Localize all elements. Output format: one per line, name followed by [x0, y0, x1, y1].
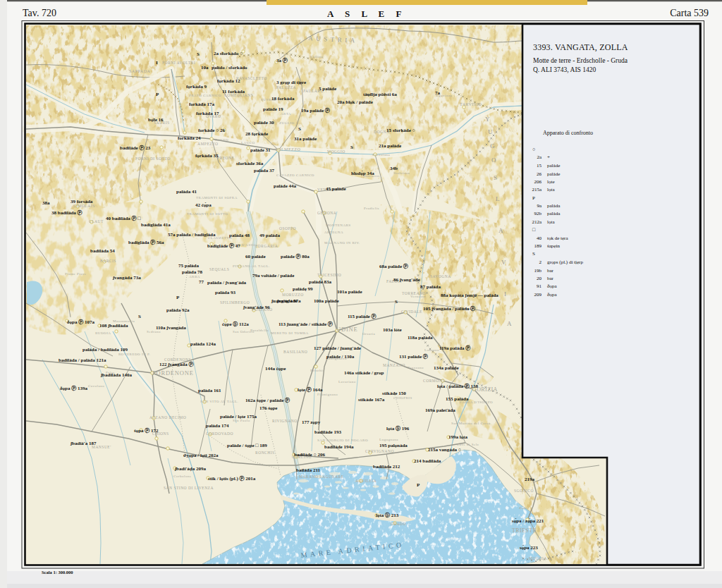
svg-text:92b: 92b: [534, 211, 542, 216]
svg-text:18 forkáda: 18 forkáda: [271, 96, 295, 102]
svg-text:189: 189: [534, 243, 542, 249]
svg-text:103a lóte: 103a lóte: [383, 327, 402, 333]
svg-text:paláda: paláda: [547, 203, 561, 209]
svg-text:2: 2: [539, 259, 542, 265]
svg-text:U: U: [488, 128, 493, 135]
svg-text:lọta Ⓢ 213: lọta Ⓢ 213: [376, 512, 399, 518]
svg-text:ARTEGNA: ARTEGNA: [324, 231, 343, 234]
svg-text:lọta Ⓢ 196: lọta Ⓢ 196: [386, 425, 410, 431]
svg-text:paláda / ʃvang'áda: paláda / ʃvang'áda: [207, 280, 247, 286]
svg-text:FORNI DI SOTTO: FORNI DI SOTTO: [135, 157, 171, 161]
svg-text:3a Ⓟ: 3a Ⓟ: [276, 57, 288, 63]
svg-text:CLAUT: CLAUT: [89, 219, 104, 223]
svg-text:131 paláde Ⓟ: 131 paláde Ⓟ: [399, 353, 428, 360]
svg-text:lọta: lọta: [547, 219, 555, 225]
svg-text:bọ̈fe 16: bọ̈fe 16: [148, 117, 164, 123]
svg-text:TRIESTE: TRIESTE: [512, 527, 537, 534]
svg-text:199a lọta: 199a lọta: [448, 434, 468, 440]
svg-text:Lugugnana: Lugugnana: [379, 438, 398, 441]
svg-text:paláda 161: paláda 161: [198, 388, 221, 393]
svg-text:28 fọrkáde: 28 fọrkáde: [245, 131, 268, 137]
svg-text:Vernasso: Vernasso: [410, 295, 426, 298]
svg-text:ćọpe Ⓢ 112a: ćọpe Ⓢ 112a: [222, 321, 249, 327]
svg-text:L: L: [496, 195, 500, 202]
svg-text:2a: 2a: [537, 154, 542, 160]
svg-text:badiláde 194a: badiláde 194a: [324, 444, 354, 450]
svg-text:fọrkáda 9: fọrkáda 9: [186, 84, 207, 90]
svg-text:PRATO CARNICO: PRATO CARNICO: [189, 94, 221, 97]
svg-text:75 paláda: 75 paláda: [178, 263, 199, 269]
svg-text:Fiume Piave: Fiume Piave: [65, 272, 87, 276]
svg-text:ðọpa: ðọpa: [547, 292, 558, 298]
svg-text:122 ʃvangáda Ⓟ: 122 ʃvangáda Ⓟ: [159, 361, 193, 367]
svg-text:5 paláde: 5 paláde: [319, 86, 336, 92]
svg-text:AQUILEIA: AQUILEIA: [355, 479, 377, 483]
svg-text:3 grọp di tịẹre: 3 grọp di tịẹre: [276, 80, 306, 85]
svg-text:ðọpa: ðọpa: [547, 283, 558, 289]
svg-text:SAPPADA: SAPPADA: [129, 69, 150, 73]
svg-text:39 forsáda: 39 forsáda: [71, 199, 93, 204]
svg-text:11 forkáda: 11 forkáda: [222, 89, 245, 94]
svg-text:110a ʃvangáda: 110a ʃvangáda: [156, 325, 186, 331]
svg-text:LAUCO: LAUCO: [241, 141, 255, 145]
svg-text:Lonzano: Lonzano: [424, 348, 439, 352]
svg-text:101a paláde: 101a paláde: [337, 289, 362, 295]
svg-text:paláde: paláde: [547, 171, 560, 177]
svg-text:60 paláde: 60 paláde: [245, 254, 266, 259]
svg-text:RIVIGNANO: RIVIGNANO: [272, 419, 298, 423]
svg-text:I: I: [504, 290, 506, 298]
svg-text:20a blọk / paláde: 20a blọk / paláde: [337, 99, 373, 105]
svg-text:stikáde 150: stikáde 150: [382, 391, 406, 396]
svg-text:stik / lọtis (pl.) Ⓟ 201a: stik / lọtis (pl.) Ⓟ 201a: [208, 475, 256, 482]
svg-text:CORDOVADO: CORDOVADO: [206, 431, 233, 436]
svg-text:49 paláda: 49 paláda: [259, 233, 280, 238]
svg-text:lọta / paláda Ⓟ 138: lọta / paláda Ⓟ 138: [437, 383, 478, 389]
svg-text:forkáda 17a: forkáda 17a: [189, 102, 214, 107]
svg-text:169a paleťáda: 169a paleťáda: [425, 408, 455, 413]
svg-text:badiláda 212: badiláda 212: [373, 464, 400, 470]
svg-text:119a paláda Ⓟ: 119a paláda Ⓟ: [439, 345, 470, 351]
svg-text:paláda: paláda: [547, 211, 561, 216]
svg-text:Cavolano: Cavolano: [88, 384, 104, 388]
svg-text:paládẹ 99: paládẹ 99: [293, 286, 313, 292]
svg-text:215a: 215a: [532, 187, 542, 192]
svg-text:Motte de terre - Erdscholle -: Motte de terre - Erdscholle - Gruda: [533, 57, 628, 64]
svg-text:195 palọnáda: 195 palọnáda: [379, 443, 408, 448]
svg-text:paláde: paláde: [547, 163, 560, 169]
svg-text:Q. ALI 3743, AIS 1420: Q. ALI 3743, AIS 1420: [533, 66, 596, 73]
svg-text:CERVIGNANO: CERVIGNANO: [365, 449, 394, 453]
svg-text:209: 209: [534, 292, 542, 298]
svg-text:40 badiláda Ⓟ □: 40 badiláda Ⓟ □: [106, 215, 141, 221]
svg-text:MONTENARS: MONTENARS: [326, 223, 351, 227]
svg-text:42 ćọ́pa: 42 ćọ́pa: [195, 202, 212, 208]
svg-text:ʃvangáda 73a: ʃvangáda 73a: [112, 275, 141, 281]
svg-text:CHIOPRIS: CHIOPRIS: [393, 396, 412, 400]
svg-text:sforkáde 36a: sforkáde 36a: [236, 161, 264, 166]
svg-text:A: A: [507, 320, 512, 327]
svg-text:215a vangáda ○: 215a vangáda ○: [428, 447, 461, 453]
svg-text:badiláde 193: badiláde 193: [314, 429, 341, 435]
svg-text:badiláde Ⓟ 23: badiláde Ⓟ 23: [120, 145, 151, 151]
svg-text:TOLMEZZO: TOLMEZZO: [275, 147, 300, 152]
svg-text:Lavariano: Lavariano: [338, 380, 356, 384]
svg-text:bar: bar: [547, 268, 554, 274]
svg-text:ʃbadiá'a 187: ʃbadiá'a 187: [70, 441, 97, 446]
svg-text:CIVIDALE: CIVIDALE: [401, 310, 422, 314]
svg-text:SGONICO: SGONICO: [514, 489, 534, 493]
svg-text:śọpa Ⓟ 172: śọpa Ⓟ 172: [134, 427, 159, 434]
svg-text:paláde / śọpe □ 189: paláde / śọpe □ 189: [227, 443, 267, 448]
svg-text:146a stikáde / grop: 146a stikáde / grop: [344, 370, 384, 376]
svg-text:badigláde Ⓟ 47: badigláde Ⓟ 47: [207, 243, 240, 249]
svg-text:○: ○: [532, 147, 535, 152]
svg-text:paláde 19: paláde 19: [263, 106, 283, 112]
svg-text:+: +: [547, 154, 550, 160]
svg-text:tọk de tẹra: tọk de tẹra: [547, 235, 568, 241]
svg-text:MARANO LAGUNARE: MARANO LAGUNARE: [299, 474, 344, 479]
svg-text:SAN VITO AL TAGL.: SAN VITO AL TAGL.: [200, 400, 238, 403]
svg-text:BARCIS: BARCIS: [100, 259, 116, 263]
svg-text:S: S: [350, 145, 353, 150]
svg-text:San Odorico: San Odorico: [233, 330, 255, 333]
svg-text:68a paláde Ⓟ: 68a paláde Ⓟ: [379, 263, 408, 269]
svg-text:UDINE: UDINE: [336, 326, 357, 333]
svg-text:táụflja pöĕsti 6a: táụflja pöĕsti 6a: [363, 92, 397, 97]
